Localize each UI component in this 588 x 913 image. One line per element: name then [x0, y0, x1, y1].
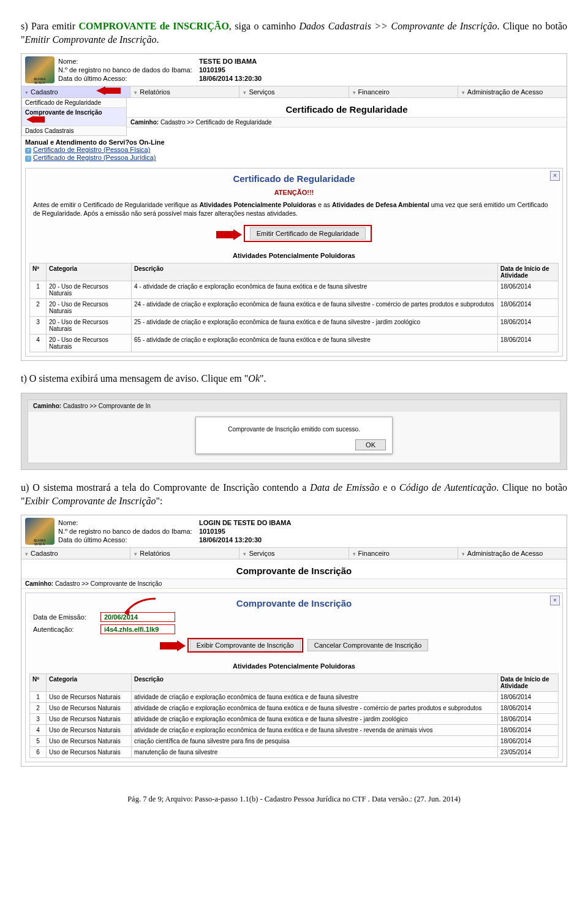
- th-no: Nº: [30, 674, 47, 692]
- red-arrow-icon: [96, 86, 121, 96]
- page-title: Certificado de Regularidade: [127, 98, 567, 117]
- attention-label: ATENÇÃO!!!: [26, 186, 562, 200]
- tab-servicos[interactable]: ▾Serviços: [239, 86, 349, 97]
- date-label: Data do último Acesso:: [58, 75, 199, 82]
- th-descricao: Descrição: [132, 674, 498, 692]
- link-cert-pj[interactable]: Certificado de Registro (Pessoa Jurídica…: [33, 154, 156, 161]
- svg-marker-2: [216, 229, 242, 240]
- chevron-down-icon: ▾: [25, 551, 28, 557]
- tab-financeiro[interactable]: ▾Financeiro: [349, 548, 458, 559]
- table-row: 120 - Uso de Recursos Naturais4 - ativid…: [30, 281, 559, 299]
- panel-title: Comprovante de Inscrição: [26, 593, 562, 611]
- tab-admin-acesso[interactable]: ▾Administração de Acesso: [458, 548, 567, 559]
- date-label: Data do último Acesso:: [58, 536, 199, 544]
- atividades-table: Nº Categoria Descrição Data de Início de…: [29, 263, 559, 352]
- red-arrow-icon: [26, 116, 45, 124]
- table-row: 420 - Uso de Recursos Naturais65 - ativi…: [30, 335, 559, 352]
- tab-admin-acesso[interactable]: ▾Administração de Acesso: [458, 86, 567, 97]
- registro-label: N.º de registro no banco de dados do Iba…: [58, 66, 199, 74]
- red-arrow-icon: [216, 230, 242, 237]
- instruction-s: s) Para emitir COMPROVANTE de INSCRIÇÃO,…: [21, 20, 567, 46]
- red-arrow-icon: [160, 642, 186, 649]
- submenu-dados-cadastrais[interactable]: Dados Cadastrais: [22, 126, 126, 135]
- th-categoria: Categoria: [47, 674, 132, 692]
- screenshot-dialog: Caminho: Cadastro >> Comprovante de In C…: [21, 393, 567, 470]
- nome-label: Nome:: [58, 58, 199, 65]
- emissao-label: Data de Emissão:: [33, 613, 100, 621]
- close-icon[interactable]: ×: [550, 596, 560, 605]
- tab-servicos[interactable]: ▾Serviços: [239, 548, 349, 559]
- date-value: 18/06/2014 13:20:30: [199, 536, 262, 544]
- tab-relatorios[interactable]: ▾Relatórios: [130, 548, 239, 559]
- close-icon[interactable]: ×: [550, 171, 560, 181]
- dialog-message: Comprovante de Inscrição emitido com suc…: [202, 426, 386, 433]
- tab-relatorios[interactable]: ▾Relatórios: [130, 86, 239, 97]
- th-descricao: Descrição: [132, 263, 498, 281]
- exibir-comprovante-button[interactable]: Exibir Comprovante de Inscrição: [190, 639, 301, 651]
- ibama-logo-icon: [25, 518, 55, 545]
- submenu: Certificado de Regularidade Comprovante …: [21, 97, 127, 136]
- breadcrumb: Caminho: Cadastro >> Comprovante de In: [28, 400, 560, 412]
- nome-value: LOGIN DE TESTE DO IBAMA: [199, 519, 291, 526]
- table-row: 6Uso de Recursos Naturaismanutenção de f…: [30, 747, 559, 758]
- table-row: 2Uso de Recursos Naturaisatividade de cr…: [30, 703, 559, 714]
- instruction-u: u) O sistema mostrará a tela do Comprova…: [21, 481, 567, 507]
- help-icon: ?: [25, 156, 31, 162]
- tab-financeiro[interactable]: ▾Financeiro: [349, 86, 458, 97]
- red-curved-arrow-icon: [118, 596, 160, 621]
- chevron-down-icon: ▾: [243, 551, 246, 557]
- ativ-poluidoras-title: Atividades Potencialmente Poluidoras: [26, 248, 562, 263]
- comprovante-panel: × Comprovante de Inscrição Data de Emiss…: [25, 593, 563, 762]
- submenu-cert-regularidade[interactable]: Certificado de Regularidade: [22, 98, 126, 108]
- chevron-down-icon: ▾: [462, 551, 465, 557]
- table-row: 4Uso de Recursos Naturaisatividade de cr…: [30, 725, 559, 736]
- auth-label: Autenticação:: [33, 626, 100, 633]
- table-row: 5Uso de Recursos Naturaiscriação científ…: [30, 736, 559, 747]
- chevron-down-icon: ▾: [134, 551, 137, 557]
- manual-label: Manual e Atendimento do Servi?os On-Line: [25, 138, 563, 146]
- page-footer: Pág. 7 de 9; Arquivo: Passo-a-passo 1.1(…: [21, 778, 567, 804]
- link-cert-pf[interactable]: Certificado de Registro (Pessoa Física): [33, 146, 150, 153]
- svg-marker-1: [26, 116, 45, 123]
- table-row: 1Uso de Recursos Naturaisatividade de cr…: [30, 692, 559, 703]
- th-categoria: Categoria: [47, 263, 132, 281]
- nome-label: Nome:: [58, 519, 199, 526]
- date-value: 18/06/2014 13:20:30: [199, 75, 262, 82]
- nome-value: TESTE DO IBAMA: [199, 58, 257, 65]
- registro-label: N.º de registro no banco de dados do Iba…: [58, 528, 199, 535]
- chevron-down-icon: ▾: [134, 89, 137, 96]
- submenu-comprovante-inscricao[interactable]: Comprovante de Inscrição: [22, 108, 126, 126]
- table-row: 220 - Uso de Recursos Naturais24 - ativi…: [30, 299, 559, 317]
- ativ-poluidoras-title: Atividades Potencialmente Poluidoras: [26, 659, 562, 673]
- tab-bar: ▾Cadastro ▾Relatórios ▾Serviços ▾Finance…: [21, 547, 567, 559]
- tab-cadastro[interactable]: ▾Cadastro: [21, 548, 130, 559]
- page-title: Comprovante de Inscrição: [21, 559, 567, 578]
- success-dialog: Comprovante de Inscrição emitido com suc…: [195, 417, 393, 454]
- chevron-down-icon: ▾: [25, 89, 28, 96]
- svg-marker-4: [160, 640, 186, 651]
- instruction-t: t) O sistema exibirá uma mensagem de avi…: [21, 372, 567, 385]
- screenshot-2: Nome:LOGIN DE TESTE DO IBAMA N.º de regi…: [21, 515, 567, 767]
- cancelar-comprovante-button[interactable]: Cancelar Comprovante de Inscrição: [307, 639, 428, 651]
- ibama-logo-icon: [25, 56, 55, 83]
- breadcrumb: Caminho: Cadastro >> Certificado de Regu…: [127, 117, 567, 127]
- registro-value: 1010195: [199, 528, 225, 535]
- ok-button[interactable]: OK: [355, 439, 386, 450]
- chevron-down-icon: ▾: [462, 89, 465, 96]
- th-no: Nº: [30, 263, 47, 281]
- th-data-inicio: Data de Início de Atividade: [498, 674, 559, 692]
- warning-text: Antes de emitir o Certificado de Regular…: [26, 200, 562, 222]
- auth-value: i4s4.zhls.elfi.1lk9: [100, 624, 175, 634]
- table-row: 3Uso de Recursos Naturaisatividade de cr…: [30, 714, 559, 725]
- registro-value: 1010195: [199, 66, 225, 74]
- help-icon: ?: [25, 148, 31, 154]
- th-data-inicio: Data de Início de Atividade: [498, 263, 559, 281]
- chevron-down-icon: ▾: [243, 89, 246, 96]
- atividades-table: Nº Categoria Descrição Data de Início de…: [29, 673, 559, 758]
- panel-title: Certificado de Regularidade: [26, 169, 562, 186]
- screenshot-1: Nome:TESTE DO IBAMA N.º de registro no b…: [21, 53, 567, 361]
- table-row: 320 - Uso de Recursos Naturais25 - ativi…: [30, 317, 559, 335]
- chevron-down-icon: ▾: [353, 551, 356, 557]
- emitir-certificado-button[interactable]: Emitir Certificado de Regularidade: [250, 227, 366, 240]
- chevron-down-icon: ▾: [353, 89, 356, 96]
